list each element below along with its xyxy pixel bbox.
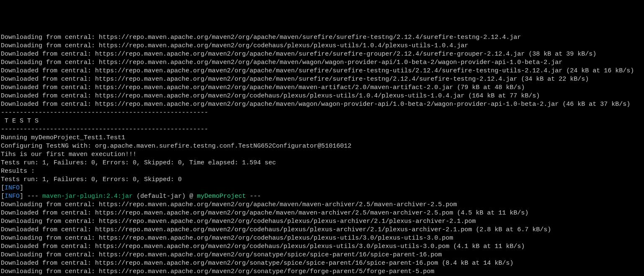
info-tag: INFO [5,184,20,192]
log-line: Downloading from central: https://repo.m… [1,234,643,243]
log-line: Downloaded from central: https://repo.ma… [1,92,643,100]
results-header: Results : [1,167,643,176]
terminal-output[interactable]: Downloading from central: https://repo.m… [0,33,644,276]
bracket-open: [ [1,193,5,200]
log-line: Downloading from central: https://repo.m… [1,59,643,67]
separator-line: ----------------------------------------… [1,125,643,134]
test-summary-line: Tests run: 1, Failures: 0, Errors: 0, Sk… [1,176,643,184]
log-line: Downloading from central: https://repo.m… [1,42,643,50]
log-line: Downloaded from central: https://repo.ma… [1,226,643,234]
running-line: Running myDemoProject_Test1.Test1 [1,134,643,142]
log-line: Downloading from central: https://repo.m… [1,201,643,209]
log-line: Downloading from central: https://repo.m… [1,33,643,42]
bracket-close: ] [20,184,23,192]
project-name: myDemoProject [197,193,246,200]
config-line: Configuring TestNG with: org.apache.mave… [1,142,643,151]
tests-header: T E S T S [1,117,643,125]
log-line: Downloaded from central: https://repo.ma… [1,84,643,92]
log-line: Downloaded from central: https://repo.ma… [1,100,643,109]
dash-prefix: --- [27,193,42,200]
log-line: Downloaded from central: https://repo.ma… [1,75,643,84]
log-line: Downloading from central: https://repo.m… [1,251,643,259]
log-line: Downloading from central: https://repo.m… [1,268,643,276]
log-line: Downloaded from central: https://repo.ma… [1,243,643,251]
plugin-name: maven-jar-plugin:2.4:jar [42,193,133,200]
log-line: Downloaded from central: https://repo.ma… [1,209,643,217]
bracket-close: ] [20,193,27,200]
bracket-open: [ [1,184,5,192]
log-line: Downloaded from central: https://repo.ma… [1,259,643,268]
info-line: [INFO] [1,184,643,192]
goal-text: (default-jar) @ [133,193,197,200]
log-line: Downloaded from central: https://repo.ma… [1,67,643,75]
log-line: Downloaded from central: https://repo.ma… [1,50,643,59]
dash-suffix: --- [246,193,261,200]
test-summary-line: Tests run: 1, Failures: 0, Errors: 0, Sk… [1,159,643,167]
output-line: Tihs is our first maven execution!!! [1,151,643,159]
log-line: Downloading from central: https://repo.m… [1,217,643,226]
separator-line: ----------------------------------------… [1,109,643,117]
info-plugin-line: [INFO] --- maven-jar-plugin:2.4:jar (def… [1,192,643,201]
info-tag: INFO [5,193,20,200]
